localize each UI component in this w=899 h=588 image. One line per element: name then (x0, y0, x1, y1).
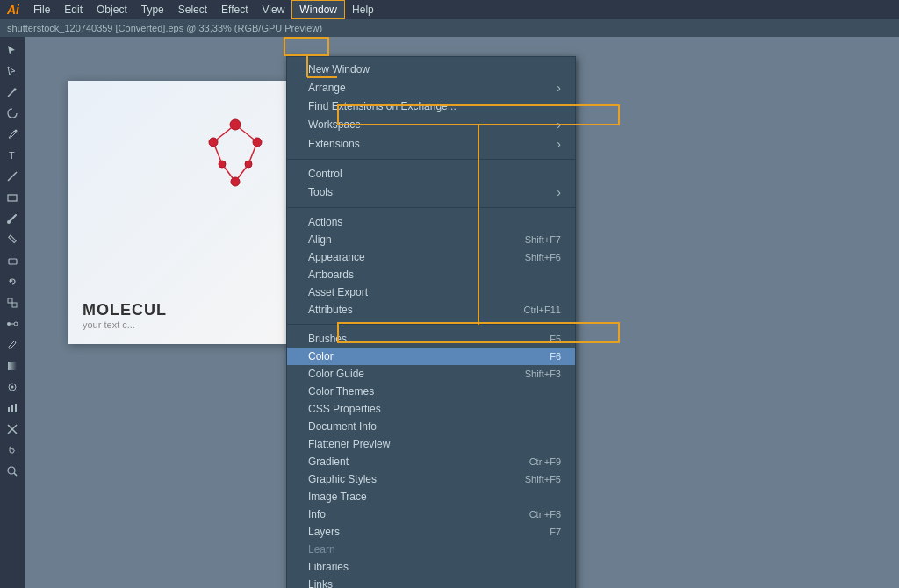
selection-tool-icon[interactable] (3, 40, 22, 60)
rotate-tool-icon[interactable] (3, 272, 22, 291)
svg-point-23 (8, 467, 15, 474)
menu-color-themes[interactable]: Color Themes (287, 383, 575, 400)
zoom-tool-icon[interactable] (3, 462, 22, 481)
menu-workspace[interactable]: Workspace (287, 115, 575, 134)
menu-color-guide[interactable]: Color Guide Shift+F3 (287, 365, 575, 383)
menu-links[interactable]: Links (287, 576, 575, 588)
svg-line-36 (235, 164, 248, 182)
menu-select[interactable]: Select (171, 0, 214, 19)
pen-tool-icon[interactable] (3, 125, 22, 144)
svg-rect-5 (8, 195, 17, 201)
menu-asset-export[interactable]: Asset Export (287, 283, 575, 301)
menu-info[interactable]: Info Ctrl+F8 (287, 506, 575, 523)
menu-align[interactable]: Align Shift+F7 (287, 231, 575, 248)
dropdown-section-3: Actions Align Shift+F7 Appearance Shift+… (287, 210, 575, 322)
svg-line-34 (248, 142, 257, 164)
menu-bar: Ai File Edit Object Type Select Effect V… (0, 0, 899, 19)
pencil-tool-icon[interactable] (3, 230, 22, 249)
eyedropper-tool-icon[interactable] (3, 335, 22, 355)
magic-wand-tool-icon[interactable] (3, 82, 22, 102)
symbol-tool-icon[interactable] (3, 377, 22, 397)
menu-color[interactable]: Color F6 (287, 348, 575, 365)
divider-1 (287, 159, 575, 160)
menu-find-extensions[interactable]: Find Extensions on Exchange... (287, 97, 575, 115)
menu-new-window[interactable]: New Window (287, 61, 575, 78)
menu-file[interactable]: File (26, 0, 57, 19)
svg-point-12 (7, 322, 11, 326)
eraser-tool-icon[interactable] (3, 251, 22, 270)
menu-type[interactable]: Type (134, 0, 171, 19)
menu-graphic-styles[interactable]: Graphic Styles Shift+F5 (287, 470, 575, 488)
gradient-tool-icon[interactable] (3, 356, 22, 376)
menu-arrange[interactable]: Arrange (287, 78, 575, 97)
menu-help[interactable]: Help (345, 0, 381, 19)
svg-rect-15 (8, 362, 17, 370)
scale-tool-icon[interactable] (3, 293, 22, 312)
svg-rect-7 (9, 235, 16, 242)
menu-edit[interactable]: Edit (57, 0, 90, 19)
svg-point-13 (14, 322, 18, 326)
menu-attributes[interactable]: Attributes Ctrl+F11 (287, 301, 575, 319)
svg-rect-18 (8, 407, 10, 412)
svg-rect-10 (8, 298, 12, 303)
doc-title: shutterstock_120740359 [Converted].eps @… (7, 23, 322, 33)
doc-text-main: MOLECUL your text c... (83, 301, 167, 330)
svg-point-17 (11, 386, 14, 389)
lasso-tool-icon[interactable] (3, 104, 22, 123)
svg-line-35 (222, 164, 235, 182)
hand-tool-icon[interactable] (3, 441, 22, 460)
menu-appearance[interactable]: Appearance Shift+F6 (287, 248, 575, 266)
menu-object[interactable]: Object (90, 0, 134, 19)
doc-title-text: MOLECUL (83, 301, 167, 319)
menu-actions[interactable]: Actions (287, 213, 575, 231)
svg-point-6 (7, 220, 11, 224)
menu-libraries[interactable]: Libraries (287, 558, 575, 576)
left-toolbar: T (0, 37, 25, 588)
svg-point-2 (15, 130, 18, 133)
canvas-area: MOLECUL your text c... New Window Arrang… (25, 37, 899, 588)
menu-gradient[interactable]: Gradient Ctrl+F9 (287, 453, 575, 470)
blend-tool-icon[interactable] (3, 314, 22, 333)
dropdown-section-4: Brushes F5 Color F6 Color Guide Shift+F3… (287, 326, 575, 588)
menu-css-properties[interactable]: CSS Properties (287, 400, 575, 418)
svg-line-32 (235, 125, 257, 142)
direct-selection-tool-icon[interactable] (3, 61, 22, 81)
menu-tools[interactable]: Tools (287, 183, 575, 202)
menu-learn: Learn (287, 541, 575, 558)
document-canvas: MOLECUL your text c... (68, 81, 297, 344)
menu-effect[interactable]: Effect (214, 0, 255, 19)
type-tool-icon[interactable]: T (3, 146, 22, 165)
line-tool-icon[interactable] (3, 167, 22, 186)
menu-document-info[interactable]: Document Info (287, 418, 575, 435)
svg-line-0 (8, 90, 15, 97)
brush-tool-icon[interactable] (3, 209, 22, 228)
main-area: T (0, 37, 899, 588)
svg-line-4 (8, 172, 17, 181)
menu-brushes[interactable]: Brushes F5 (287, 330, 575, 348)
bar-chart-icon[interactable] (3, 398, 22, 418)
svg-rect-20 (15, 404, 17, 412)
divider-2 (287, 207, 575, 208)
menu-extensions[interactable]: Extensions (287, 134, 575, 154)
doc-subtitle-text: your text c... (83, 319, 167, 330)
molecule-graphic (191, 98, 279, 204)
svg-line-24 (14, 473, 17, 476)
divider-3 (287, 324, 575, 325)
menu-flattener-preview[interactable]: Flattener Preview (287, 435, 575, 453)
app-logo: Ai (4, 0, 23, 19)
menu-control[interactable]: Control (287, 165, 575, 183)
slice-tool-icon[interactable] (3, 419, 22, 439)
svg-rect-11 (12, 303, 17, 307)
svg-rect-37 (284, 38, 328, 55)
menu-image-trace[interactable]: Image Trace (287, 488, 575, 506)
svg-rect-19 (11, 405, 13, 412)
svg-line-31 (213, 125, 235, 142)
menu-artboards[interactable]: Artboards (287, 266, 575, 283)
menu-window[interactable]: Window (291, 0, 345, 19)
dropdown-section-1: New Window Arrange Find Extensions on Ex… (287, 57, 575, 157)
menu-view[interactable]: View (255, 0, 292, 19)
rect-tool-icon[interactable] (3, 188, 22, 207)
canvas-content: MOLECUL your text c... (68, 81, 297, 344)
menu-layers[interactable]: Layers F7 (287, 523, 575, 541)
window-dropdown-menu: New Window Arrange Find Extensions on Ex… (286, 56, 576, 588)
